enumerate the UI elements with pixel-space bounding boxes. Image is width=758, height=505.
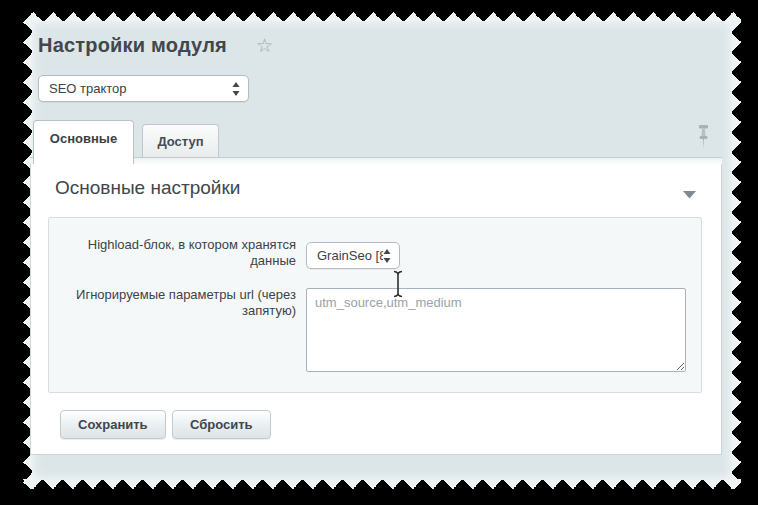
- ignored-url-params-textarea[interactable]: utm_source,utm_medium: [306, 288, 686, 372]
- pin-icon[interactable]: [696, 124, 711, 156]
- screenshot-background: Настройки модуля ☆ SEO трактор Основные …: [0, 0, 758, 505]
- save-button[interactable]: Сохранить: [60, 410, 166, 439]
- module-select[interactable]: SEO трактор: [38, 75, 249, 102]
- page-title: Настройки модуля: [38, 34, 227, 57]
- module-select-value: SEO трактор: [39, 81, 232, 96]
- tab-access[interactable]: Доступ: [142, 124, 219, 157]
- text-ibeam-cursor: [392, 270, 404, 298]
- highload-block-select-value: GrainSeo [8]: [307, 248, 383, 263]
- settings-page: Настройки модуля ☆ SEO трактор Основные …: [23, 12, 741, 489]
- section-title: Основные настройки: [55, 177, 240, 199]
- tab-main[interactable]: Основные: [33, 120, 134, 164]
- chevron-down-icon[interactable]: [683, 191, 696, 199]
- favorite-star-icon[interactable]: ☆: [256, 34, 273, 57]
- tab-main-label: Основные: [50, 131, 117, 146]
- up-down-stepper-icon: [232, 82, 240, 96]
- settings-panel: Основные настройки Highload-блок, в кото…: [30, 164, 722, 455]
- field-label-ignored-url-params: Игнорируемые параметры url (через запяту…: [59, 287, 296, 319]
- highload-block-select[interactable]: GrainSeo [8]: [306, 242, 400, 269]
- reset-button[interactable]: Сбросить: [172, 410, 271, 439]
- up-down-stepper-icon: [383, 249, 391, 263]
- field-label-highload-block: Highload-блок, в котором хранятся данные: [59, 237, 296, 269]
- tab-access-label: Доступ: [157, 134, 203, 149]
- settings-fieldset: Highload-блок, в котором хранятся данные…: [48, 217, 702, 393]
